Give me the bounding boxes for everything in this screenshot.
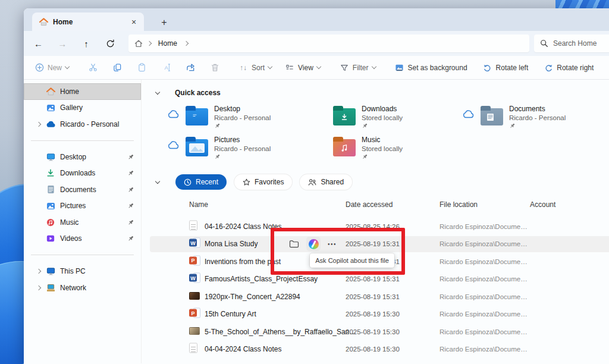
back-button[interactable]: ← <box>29 39 48 49</box>
sidebar-item-home[interactable]: Home <box>24 83 141 100</box>
share-button[interactable] <box>181 58 200 77</box>
quick-access-tile-pictures[interactable]: Pictures Ricardo - Personal <box>168 136 271 165</box>
file-row[interactable]: P 15th Century Art 2025-08-19 15:30 Rica… <box>142 306 609 324</box>
tab-home[interactable]: Home × <box>32 12 144 31</box>
tab-recent[interactable]: Recent <box>175 174 227 190</box>
rotate-left-button[interactable]: Rotate left <box>478 58 533 77</box>
pin-icon <box>127 202 135 209</box>
tile-subtitle: Ricardo - Personal <box>214 145 271 152</box>
onedrive-cloud-icon <box>45 120 56 129</box>
tile-name: Documents <box>509 105 566 113</box>
tile-name: Desktop <box>214 105 271 113</box>
delete-button[interactable] <box>205 58 224 77</box>
sidebar-item-label: Network <box>60 284 135 292</box>
quick-access-title: Quick access <box>175 89 221 97</box>
sidebar-divider <box>24 133 141 149</box>
downloads-folder-icon <box>333 108 356 125</box>
pin-icon <box>127 235 135 242</box>
tile-name: Downloads <box>362 105 403 113</box>
sort-icon: ↑↓ <box>238 63 248 73</box>
powerpoint-file-icon: P <box>189 308 200 321</box>
quick-access-tile-downloads[interactable]: Downloads Stored locally <box>333 105 403 134</box>
view-button[interactable]: View <box>280 58 325 77</box>
copy-button[interactable] <box>108 58 127 77</box>
sidebar-item-label: Music <box>60 218 127 227</box>
cut-button[interactable] <box>83 58 102 77</box>
column-header-account[interactable]: Account <box>530 200 555 209</box>
music-icon <box>45 218 56 227</box>
pin-icon <box>127 186 135 193</box>
sidebar-item-label: Ricardo - Personal <box>60 120 135 128</box>
file-location: Ricardo Espinoza\Docume… <box>440 240 528 247</box>
sidebar-item-music[interactable]: Music <box>24 214 141 231</box>
quick-access-tile-music[interactable]: Music Stored locally <box>333 136 403 165</box>
chevron-down-icon <box>65 64 70 69</box>
sidebar-item-downloads[interactable]: Downloads <box>24 165 141 182</box>
view-icon <box>285 63 294 73</box>
column-header-date-accessed[interactable]: Date accessed <box>346 200 393 209</box>
file-location: Ricardo Espinoza\Docume… <box>440 275 528 283</box>
tab-favorites[interactable]: Favorites <box>234 174 292 190</box>
quick-access-header[interactable]: Quick access <box>156 89 221 97</box>
tile-name: Pictures <box>214 136 271 144</box>
filter-icon <box>340 63 349 73</box>
file-date: 2025-08-19 15:30 <box>346 346 400 353</box>
sidebar-item-label: Desktop <box>60 153 127 161</box>
sidebar-item-this-pc[interactable]: This PC <box>24 263 141 280</box>
new-tab-button[interactable]: + <box>157 15 171 31</box>
pin-icon <box>509 123 566 129</box>
music-folder-icon <box>333 139 356 156</box>
copy-icon <box>112 63 122 73</box>
paste-button[interactable] <box>132 58 151 77</box>
file-explorer-window: Home × + ← → ↑ Home <box>24 8 609 364</box>
new-button-label: New <box>48 64 62 72</box>
breadcrumb-item-home[interactable]: Home <box>158 39 177 48</box>
search-input[interactable] <box>553 39 609 48</box>
sidebar-item-gallery[interactable]: Gallery <box>24 100 141 117</box>
collapse-chevron-icon[interactable] <box>155 178 160 183</box>
chevron-down-icon <box>371 64 376 69</box>
file-name: 04-04-2024 Class Notes <box>205 345 281 353</box>
quick-access-tile-desktop[interactable]: Desktop Ricardo - Personal <box>168 105 271 134</box>
tab-close-icon[interactable]: × <box>128 17 139 27</box>
tab-bar: Home × + <box>24 8 609 31</box>
new-button[interactable]: New <box>30 58 74 77</box>
sidebar-item-network[interactable]: Network <box>24 280 141 296</box>
address-bar[interactable]: Home <box>128 34 529 52</box>
column-header-name[interactable]: Name <box>189 200 208 209</box>
file-row[interactable]: 04-04-2024 Class Notes 2025-08-19 15:30 … <box>142 341 609 359</box>
file-row[interactable]: 1920px-The_Concert_A22894 2025-08-19 15:… <box>142 288 609 306</box>
forward-button[interactable]: → <box>52 39 72 49</box>
file-date: 2025-08-19 15:30 <box>346 328 400 335</box>
chevron-right-icon[interactable] <box>37 286 45 290</box>
collapse-chevron-icon[interactable] <box>155 89 160 94</box>
column-header-file-location[interactable]: File location <box>440 200 478 209</box>
chevron-right-icon[interactable] <box>37 123 45 126</box>
quick-access-tile-documents[interactable]: Documents Ricardo - Personal <box>463 105 566 134</box>
pin-icon <box>127 219 135 226</box>
sidebar-item-videos[interactable]: Videos <box>24 231 141 247</box>
breadcrumb-home-icon[interactable] <box>134 40 143 48</box>
navigation-pane: Home Gallery Ricardo - Personal <box>24 80 142 363</box>
sidebar-item-onedrive-personal[interactable]: Ricardo - Personal <box>24 116 141 133</box>
sidebar-item-desktop[interactable]: Desktop <box>24 149 141 165</box>
image-file-icon <box>189 291 200 302</box>
sort-button[interactable]: ↑↓ Sort <box>234 58 277 77</box>
tab-shared[interactable]: Shared <box>300 174 352 190</box>
onedrive-status-cloud-icon <box>463 105 481 118</box>
filter-button[interactable]: Filter <box>335 58 381 77</box>
set-as-background-button[interactable]: Set as background <box>390 58 472 77</box>
rename-button[interactable]: A <box>156 58 175 77</box>
sidebar-item-label: Documents <box>60 186 127 194</box>
sidebar-item-pictures[interactable]: Pictures <box>24 198 141 215</box>
chevron-right-icon[interactable] <box>37 269 45 273</box>
rotate-left-icon <box>483 63 492 73</box>
paste-icon <box>137 63 146 73</box>
search-box[interactable] <box>534 34 609 52</box>
refresh-button[interactable] <box>101 39 120 48</box>
sidebar-item-documents[interactable]: Documents <box>24 181 141 198</box>
text-file-icon <box>189 343 197 356</box>
up-button[interactable]: ↑ <box>76 39 96 49</box>
file-row[interactable]: 5-The_School_of_Athens__by_Raffaello_San… <box>142 323 609 341</box>
rotate-right-button[interactable]: Rotate right <box>539 58 598 77</box>
